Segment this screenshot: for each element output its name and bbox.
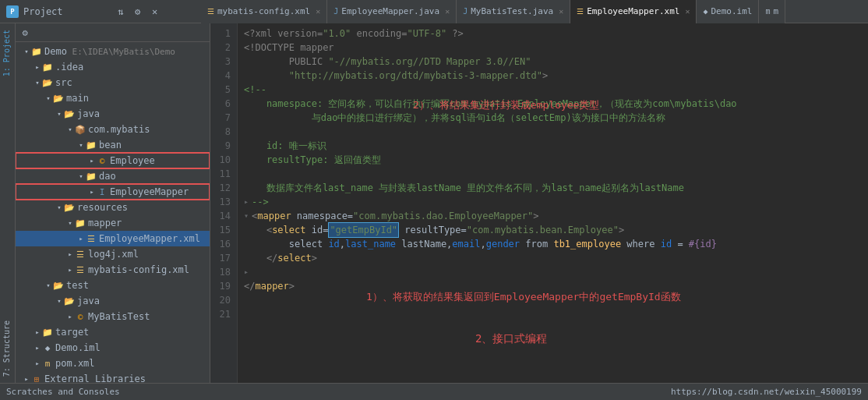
panel-settings-icon[interactable]: ⚙ <box>19 27 31 39</box>
tree-icon-MyBatisTest: © <box>75 312 86 322</box>
tree-arrow-open <box>55 296 64 306</box>
line-num-14: 14 <box>217 209 231 223</box>
tab-close-mybatis-config[interactable]: ✕ <box>316 7 320 16</box>
code-line-20 <box>244 293 862 307</box>
tree-item-Employee[interactable]: ©Employee <box>16 153 210 168</box>
code-line-9: id: 唯一标识 <box>244 139 862 153</box>
fold-icon-18[interactable]: ▸ <box>244 265 249 279</box>
tree-icon-EmployeeMapper: I <box>97 187 108 197</box>
tab-close-employeemapper-xml[interactable]: ✕ <box>685 7 690 16</box>
tree-arrow-open <box>76 140 86 150</box>
project-panel: ⚙ 📁Demo E:\IDEA\MyBatis\Demo📁.idea📂src📂m… <box>16 23 210 383</box>
tab-label-employeemapper-xml: EmployeeMapper.xml <box>587 6 679 16</box>
side-label-structure[interactable]: 7: Structure <box>0 314 15 383</box>
project-title: Project <box>23 6 63 17</box>
tab-close-employeemapper-java[interactable]: ✕ <box>445 7 450 16</box>
tree-icon-mybatis-config-xml: ☰ <box>75 265 86 275</box>
tree-label-ext-lib: External Libraries <box>44 373 146 383</box>
editor-area: 123456789101112131415161718192021 <?xml … <box>210 23 868 383</box>
tree-item-ext-lib[interactable]: ⊞External Libraries <box>16 371 210 383</box>
tree-item-mybatis-config-xml[interactable]: ☰mybatis-config.xml <box>16 262 210 278</box>
tree-item-pom-xml[interactable]: mpom.xml <box>16 356 210 371</box>
tree-item-bean[interactable]: 📁bean <box>16 137 210 153</box>
tree-arrow-closed <box>33 343 42 352</box>
tree-item-dao[interactable]: 📁dao <box>16 168 210 184</box>
code-lines[interactable]: 123456789101112131415161718192021 <?xml … <box>210 23 868 383</box>
tree-label-test-java: java <box>77 296 100 306</box>
tree-label-idea: .idea <box>55 62 83 73</box>
tree-arrow-closed <box>33 359 42 368</box>
tree-item-src[interactable]: 📂src <box>16 75 210 90</box>
tree-item-test-java[interactable]: 📂java <box>16 293 210 309</box>
tree-item-main[interactable]: 📂main <box>16 90 210 106</box>
tree-item-java[interactable]: 📂java <box>16 106 210 122</box>
tree-item-MyBatisTest[interactable]: ©MyBatisTest <box>16 309 210 324</box>
tree-icon-src: 📂 <box>42 78 53 88</box>
code-line-12: 数据库文件名last_name 与封装表lastName 里的文件名不同，为la… <box>244 181 862 195</box>
code-line-13: ▸--> <box>244 195 862 209</box>
fold-icon-14[interactable]: ▾ <box>244 209 249 223</box>
tree-icon-log4j: ☰ <box>75 250 86 260</box>
side-label-project[interactable]: 1: Project <box>0 23 15 83</box>
tab-bar: ☰mybatis-config.xml✕JEmployeeMapper.java… <box>201 0 862 23</box>
tree-label-Demo-iml: Demo.iml <box>55 342 101 353</box>
tab-label-employeemapper-java: EmployeeMapper.java <box>341 6 439 16</box>
tree-item-target[interactable]: 📁target <box>16 324 210 340</box>
tree-icon-resources: 📂 <box>64 203 75 213</box>
tree-item-EmployeeMapper[interactable]: IEmployeeMapper <box>16 184 210 200</box>
line-num-3: 3 <box>217 55 231 69</box>
code-line-14: ▾<mapper namespace="com.mybatis.dao.Empl… <box>244 209 862 223</box>
panel-toolbar: ⚙ <box>16 23 210 42</box>
highlight-getempbyid: "getEmpById" <box>328 222 399 238</box>
tree-arrow-closed <box>76 234 86 243</box>
tree-icon-EmployeeMapper-xml: ☰ <box>86 234 97 244</box>
code-line-2: <!DOCTYPE mapper <box>244 41 862 55</box>
tree-label-MyBatisTest: MyBatisTest <box>88 311 150 322</box>
tree-icon-test: 📂 <box>53 281 64 291</box>
tree-item-Demo-iml[interactable]: ◆Demo.iml <box>16 340 210 356</box>
tree-item-com-mybatis[interactable]: 📦com.mybatis <box>16 122 210 137</box>
tree-arrow-open <box>33 78 42 87</box>
code-line-1: <?xml version="1.0" encoding="UTF-8" ?> <box>244 27 862 41</box>
tab-label-demo-iml: Demo.iml <box>711 6 752 16</box>
tree-item-resources[interactable]: 📂resources <box>16 200 210 215</box>
tree-item-log4j[interactable]: ☰log4j.xml <box>16 246 210 262</box>
tab-icon-demo-iml: ◆ <box>703 7 707 16</box>
tab-mybatistest-java[interactable]: JMyBatisTest.java✕ <box>457 0 570 23</box>
line-num-1: 1 <box>217 27 231 41</box>
line-num-11: 11 <box>217 167 231 181</box>
code-content[interactable]: <?xml version="1.0" encoding="UTF-8" ?><… <box>238 23 868 383</box>
tree-item-test[interactable]: 📂test <box>16 278 210 293</box>
gear-icon[interactable]: ⚙ <box>132 5 144 18</box>
tab-m-pom[interactable]: mm <box>759 0 785 23</box>
code-line-7: 与dao中的接口进行绑定），并将sql语句id名（selectEmp)该为接口中… <box>244 111 862 125</box>
tab-icon-employeemapper-java: J <box>333 7 338 16</box>
tree-item-EmployeeMapper-xml[interactable]: ☰EmployeeMapper.xml <box>16 231 210 246</box>
tree-icon-pom-xml: m <box>42 359 53 369</box>
fold-icon-13[interactable]: ▸ <box>244 195 249 209</box>
tree-label-java: java <box>77 108 100 119</box>
side-labels: 1: Project 7: Structure <box>0 23 16 383</box>
tab-employeemapper-xml[interactable]: ☰EmployeeMapper.xml✕ <box>570 0 697 23</box>
tree-item-mapper[interactable]: 📁mapper <box>16 215 210 231</box>
expand-icon[interactable]: ⇅ <box>115 5 127 18</box>
tab-mybatis-config[interactable]: ☰mybatis-config.xml✕ <box>201 0 327 23</box>
tree-icon-target: 📁 <box>42 327 53 338</box>
tree-icon-Demo-iml: ◆ <box>42 343 53 353</box>
tree-item-idea[interactable]: 📁.idea <box>16 59 210 75</box>
code-line-18: ▸ <box>244 265 862 279</box>
tab-employeemapper-java[interactable]: JEmployeeMapper.java✕ <box>327 0 457 23</box>
tree-arrow-closed <box>33 327 42 337</box>
tree-arrow-open <box>44 281 53 290</box>
close-title-icon[interactable]: ✕ <box>149 5 161 18</box>
tree-item-demo-root[interactable]: 📁Demo E:\IDEA\MyBatis\Demo <box>16 44 210 59</box>
tab-label-mybatis-config: mybatis-config.xml <box>217 6 310 16</box>
code-line-16: select id,last_name lastName,email,gende… <box>244 237 862 251</box>
tree-icon-dao: 📁 <box>86 172 97 182</box>
tab-close-mybatistest-java[interactable]: ✕ <box>559 7 563 16</box>
line-num-17: 17 <box>217 251 231 265</box>
tab-demo-iml[interactable]: ◆Demo.iml <box>697 0 759 23</box>
tree-label-mapper: mapper <box>88 218 122 228</box>
tree-label-EmployeeMapper-xml: EmployeeMapper.xml <box>99 233 200 244</box>
line-num-10: 10 <box>217 153 231 167</box>
